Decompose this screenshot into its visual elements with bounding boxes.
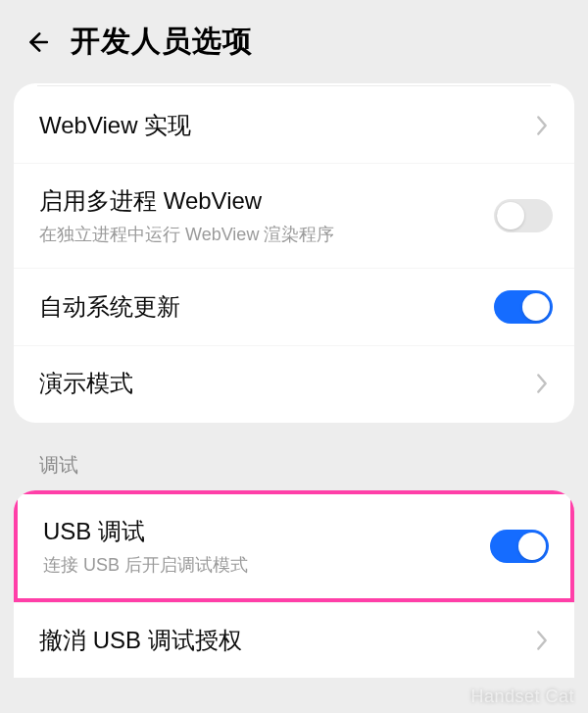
toggle-multi-process-webview[interactable] xyxy=(494,199,553,232)
row-multi-process-webview[interactable]: 启用多进程 WebView 在独立进程中运行 WebView 渲染程序 xyxy=(14,163,574,268)
settings-group-debug: USB 调试 连接 USB 后开启调试模式 撤消 USB 调试授权 xyxy=(14,490,574,678)
header: 开发人员选项 xyxy=(0,0,588,79)
chevron-right-icon xyxy=(531,373,553,394)
row-label: 启用多进程 WebView xyxy=(39,185,494,217)
row-subtitle: 在独立进程中运行 WebView 渲染程序 xyxy=(39,223,494,246)
toggle-usb-debugging[interactable] xyxy=(490,530,549,563)
row-revoke-usb-auth[interactable]: 撤消 USB 调试授权 xyxy=(14,602,574,678)
toggle-knob xyxy=(497,202,524,229)
section-header-debug: 调试 xyxy=(0,423,588,490)
chevron-right-icon xyxy=(531,115,553,136)
toggle-knob xyxy=(518,533,546,560)
row-label: 撤消 USB 调试授权 xyxy=(39,625,531,656)
back-icon[interactable] xyxy=(22,27,51,57)
row-label: 自动系统更新 xyxy=(39,291,494,323)
page-title: 开发人员选项 xyxy=(71,22,253,62)
row-label: 演示模式 xyxy=(39,368,531,399)
row-webview-implementation[interactable]: WebView 实现 xyxy=(14,88,574,163)
toggle-knob xyxy=(522,293,550,321)
row-label: USB 调试 xyxy=(43,516,490,547)
row-demo-mode[interactable]: 演示模式 xyxy=(14,345,574,421)
row-usb-debugging[interactable]: USB 调试 连接 USB 后开启调试模式 xyxy=(14,490,574,602)
settings-group-general: WebView 实现 启用多进程 WebView 在独立进程中运行 WebVie… xyxy=(14,83,574,423)
row-auto-system-update[interactable]: 自动系统更新 xyxy=(14,268,574,345)
row-subtitle: 连接 USB 后开启调试模式 xyxy=(43,553,490,577)
toggle-auto-system-update[interactable] xyxy=(494,290,553,324)
chevron-right-icon xyxy=(531,630,553,651)
divider xyxy=(37,85,551,86)
row-label: WebView 实现 xyxy=(39,110,531,141)
watermark: Handset Cat xyxy=(470,687,574,707)
